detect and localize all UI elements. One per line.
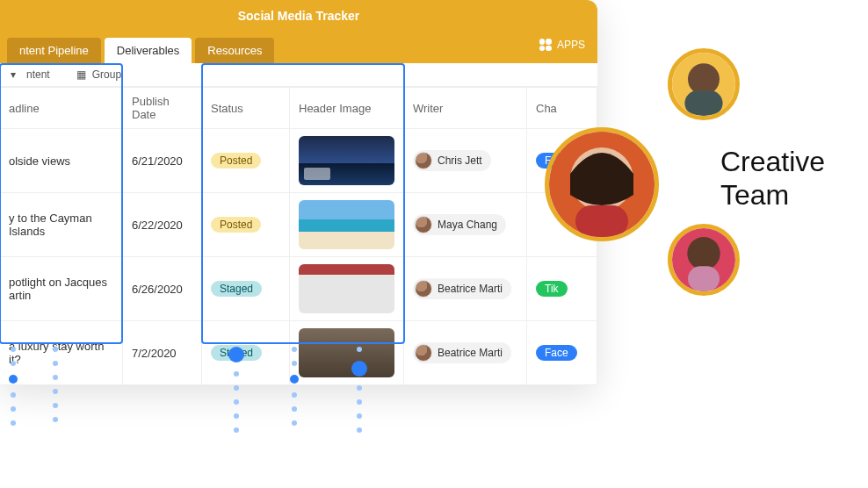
col-header-publish[interactable]: Publish Date: [123, 87, 202, 129]
connection-trails: [0, 347, 597, 487]
col-header-headerimg[interactable]: Header Image: [290, 87, 404, 129]
cell-thumb[interactable]: [290, 257, 404, 321]
cell-status[interactable]: Posted: [202, 129, 290, 193]
svg-point-1: [688, 63, 720, 95]
team-avatar: [668, 224, 740, 296]
status-badge: Posted: [211, 153, 261, 169]
cell-writer[interactable]: Beatrice Marti: [404, 257, 527, 321]
writer-chip: Beatrice Marti: [413, 278, 511, 299]
team-avatar: [545, 127, 659, 241]
chevron-down-icon: ▾: [11, 68, 23, 81]
cell-headline[interactable]: potlight on Jacques artin: [0, 257, 123, 321]
col-header-status[interactable]: Status: [202, 87, 290, 129]
header-image-thumb: [299, 200, 394, 249]
toolbar-item-content[interactable]: ▾ntent: [11, 68, 50, 81]
tab-deliverables[interactable]: Deliverables: [105, 38, 192, 63]
header-image-thumb: [299, 264, 394, 313]
cell-headline[interactable]: y to the Cayman Islands: [0, 193, 123, 257]
team-label-line1: Creative: [720, 145, 825, 178]
data-grid: adline Publish Date Status Header Image …: [0, 87, 597, 385]
writer-chip: Maya Chang: [413, 214, 506, 235]
team-label-line2: Team: [720, 178, 825, 212]
cell-headline[interactable]: olside views: [0, 129, 123, 193]
toolbar: ▾ntent ▦Group: [0, 63, 597, 87]
status-badge: Posted: [211, 217, 261, 233]
creative-team-cluster: Creative Team: [536, 48, 868, 347]
cell-date[interactable]: 6/21/2020: [123, 129, 202, 193]
tab-content-pipeline[interactable]: ntent Pipeline: [7, 38, 101, 63]
svg-rect-8: [688, 266, 720, 291]
title-bar: Social Media Tracker: [0, 0, 597, 32]
writer-chip: Chris Jett: [413, 150, 491, 171]
app-title: Social Media Tracker: [238, 9, 360, 23]
tab-resources[interactable]: Resources: [195, 38, 274, 63]
cell-thumb[interactable]: [290, 129, 404, 193]
svg-rect-5: [575, 205, 628, 237]
cell-date[interactable]: 6/26/2020: [123, 257, 202, 321]
app-card: Social Media Tracker ntent Pipeline Deli…: [0, 0, 597, 385]
cell-thumb[interactable]: [290, 193, 404, 257]
col-header-headline[interactable]: adline: [0, 87, 123, 129]
team-avatar: [668, 48, 740, 120]
cell-status[interactable]: Staged: [202, 257, 290, 321]
cell-status[interactable]: Posted: [202, 193, 290, 257]
avatar: [415, 216, 432, 233]
cell-writer[interactable]: Chris Jett: [404, 129, 527, 193]
col-header-writer[interactable]: Writer: [404, 87, 527, 129]
grid-icon: ▦: [76, 68, 89, 81]
toolbar-item-group[interactable]: ▦Group: [76, 68, 121, 81]
cell-date[interactable]: 6/22/2020: [123, 193, 202, 257]
svg-point-7: [687, 237, 720, 269]
avatar: [415, 280, 432, 298]
tab-bar: ntent Pipeline Deliverables Resources AP…: [0, 32, 597, 63]
svg-rect-2: [684, 90, 722, 116]
cell-writer[interactable]: Maya Chang: [404, 193, 527, 257]
avatar: [415, 152, 432, 169]
header-image-thumb: [299, 136, 394, 185]
team-label: Creative Team: [720, 145, 825, 212]
status-badge: Staged: [211, 281, 262, 297]
